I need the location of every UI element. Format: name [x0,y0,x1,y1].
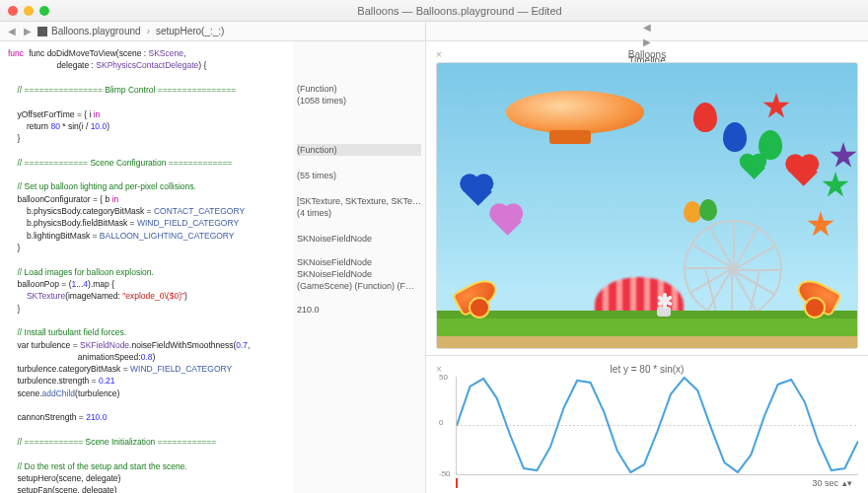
preview-title: Balloons [628,49,666,60]
result-row[interactable]: (Function) [297,144,421,156]
result-row[interactable]: 210.0 [297,304,421,316]
cannon-right [786,279,839,318]
result-row[interactable]: (Function) [297,83,421,95]
ytick: 0 [439,418,443,427]
heart-balloon [788,157,818,186]
result-row[interactable]: (4 times) [297,207,421,219]
breadcrumb-symbol[interactable]: setupHero(_:_:) [156,26,224,36]
game-scene[interactable] [436,62,858,349]
timeline-duration: 30 sec [812,478,838,488]
zoom-icon[interactable] [39,6,49,16]
stepper-icon[interactable]: ▴▾ [842,478,852,488]
close-icon[interactable]: × [436,49,442,60]
file-icon [37,27,47,36]
blimp [506,91,644,134]
content-area: func func doDidMoveToView(scene : SKScen… [0,41,868,493]
star-balloon [822,172,849,199]
timeline-bar[interactable]: 30 sec ▴▾ [436,475,858,491]
window-title: Balloons — Balloons.playground — Edited [59,5,860,17]
graph-panel: × let y = 80 * sin(x) 50 0 -50 30 sec ▴▾ [426,355,868,493]
assistant-pane: × Balloons [426,41,868,493]
sine-plot [457,377,858,474]
path-bar: ◀ ▶ Balloons.playground › setupHero(_:_:… [0,22,868,41]
result-row[interactable]: (1058 times) [297,95,421,106]
ferris-wheel [684,220,782,318]
chevron-right-icon: › [145,26,152,36]
preview-header: × Balloons [436,47,858,62]
traffic-lights [8,6,49,16]
nav-fwd-icon[interactable]: ▶ [22,26,34,36]
nav-back-icon[interactable]: ◀ [6,26,18,36]
breadcrumb-file[interactable]: Balloons.playground [51,26,141,36]
graph-title: let y = 80 * sin(x) [611,364,685,375]
graph-header: × let y = 80 * sin(x) [436,362,858,377]
balloon [723,122,747,152]
result-row[interactable]: [SKTexture, SKTexture, SKTe… [297,195,421,207]
heart-balloon [492,206,522,236]
result-row[interactable]: (GameScene) (Function) (F… [297,280,421,292]
fan [649,287,679,317]
star-balloon [830,142,857,170]
heart-balloon [742,156,765,179]
playhead-icon[interactable] [456,478,458,488]
close-icon[interactable] [8,6,18,16]
results-sidebar: (Function) (1058 times) (Function) (55 t… [293,41,425,493]
live-preview: × Balloons [426,41,868,355]
editor-pane: func func doDidMoveToView(scene : SKScen… [0,41,426,493]
ytick: -50 [439,469,451,478]
result-row[interactable]: SKNoiseFieldNode [297,268,421,280]
balloon [693,103,717,132]
nav-back-icon[interactable]: ◀ [641,22,653,33]
star-balloon [807,211,834,239]
star-balloon [762,93,790,120]
result-row[interactable]: SKNoiseFieldNode [297,256,421,268]
heart-balloon [463,176,492,206]
balloon [699,199,717,221]
result-row[interactable]: SKNoiseFieldNode [297,233,421,245]
graph-area[interactable]: 50 0 -50 [456,377,858,475]
cannon-left [455,279,508,318]
result-row[interactable]: (55 times) [297,170,421,181]
window-titlebar: Balloons — Balloons.playground — Edited [0,0,868,22]
ytick: 50 [439,373,448,382]
code-editor[interactable]: func func doDidMoveToView(scene : SKScen… [0,41,293,493]
minimize-icon[interactable] [24,6,34,16]
